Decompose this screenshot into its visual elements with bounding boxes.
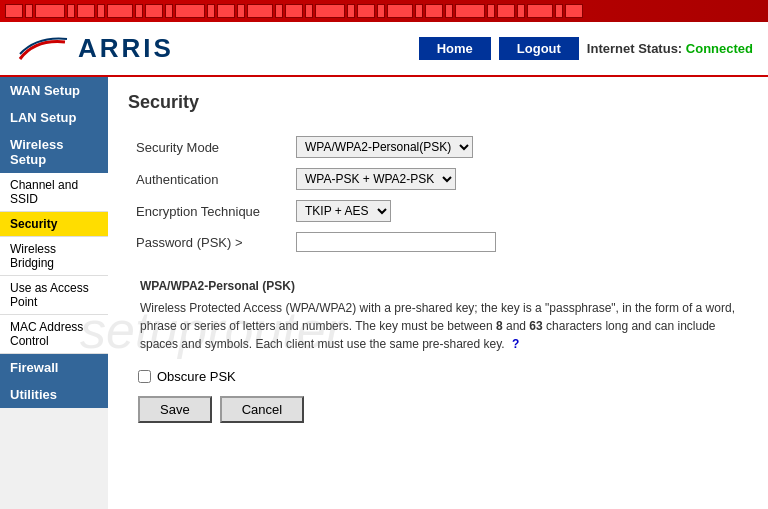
obscure-psk-row: Obscure PSK — [138, 369, 748, 384]
sidebar-item-security[interactable]: Security — [0, 212, 108, 237]
deco-block — [35, 4, 65, 18]
info-bold1: 8 — [496, 319, 503, 333]
authentication-row: Authentication WPA-PSKWPA2-PSKWPA-PSK + … — [128, 163, 748, 195]
deco-block — [237, 4, 245, 18]
deco-block — [25, 4, 33, 18]
sidebar-item-utilities[interactable]: Utilities — [0, 381, 108, 408]
security-mode-row: Security Mode NoneWPA-Personal(PSK)WPA2-… — [128, 131, 748, 163]
encryption-control: TKIPAESTKIP + AES — [288, 195, 748, 227]
deco-block — [377, 4, 385, 18]
deco-block — [107, 4, 133, 18]
info-bold2: 63 — [529, 319, 542, 333]
authentication-control: WPA-PSKWPA2-PSKWPA-PSK + WPA2-PSK — [288, 163, 748, 195]
password-input[interactable] — [296, 232, 496, 252]
logo-area: ARRIS — [15, 33, 174, 64]
deco-block — [517, 4, 525, 18]
deco-block — [527, 4, 553, 18]
deco-block — [497, 4, 515, 18]
sidebar-item-lan-setup[interactable]: LAN Setup — [0, 104, 108, 131]
deco-block — [445, 4, 453, 18]
home-button[interactable]: Home — [419, 37, 491, 60]
password-control — [288, 227, 748, 257]
deco-block — [135, 4, 143, 18]
deco-block — [315, 4, 345, 18]
deco-block — [565, 4, 583, 18]
deco-block — [207, 4, 215, 18]
deco-block — [305, 4, 313, 18]
info-title: WPA/WPA2-Personal (PSK) — [140, 277, 736, 295]
question-mark-icon[interactable]: ? — [512, 337, 519, 351]
sidebar-item-channel-ssid[interactable]: Channel and SSID — [0, 173, 108, 212]
deco-block — [67, 4, 75, 18]
info-box: WPA/WPA2-Personal (PSK) Wireless Protect… — [128, 269, 748, 361]
save-button[interactable]: Save — [138, 396, 212, 423]
page-title: Security — [128, 92, 748, 113]
security-form: Security Mode NoneWPA-Personal(PSK)WPA2-… — [128, 131, 748, 257]
main-layout: WAN Setup LAN Setup Wireless Setup Chann… — [0, 77, 768, 509]
deco-block — [347, 4, 355, 18]
arris-logo-swoosh — [15, 34, 70, 64]
obscure-psk-label: Obscure PSK — [157, 369, 236, 384]
info-text-part2: and — [503, 319, 530, 333]
deco-block — [415, 4, 423, 18]
top-decorative-bar — [0, 0, 768, 22]
deco-block — [387, 4, 413, 18]
button-row: Save Cancel — [138, 396, 748, 423]
logo-text: ARRIS — [78, 33, 174, 64]
deco-block — [165, 4, 173, 18]
encryption-row: Encryption Technique TKIPAESTKIP + AES — [128, 195, 748, 227]
encryption-label: Encryption Technique — [128, 195, 288, 227]
deco-block — [175, 4, 205, 18]
internet-status-value: Connected — [686, 41, 753, 56]
obscure-psk-checkbox[interactable] — [138, 370, 151, 383]
deco-block — [357, 4, 375, 18]
deco-block — [77, 4, 95, 18]
deco-block — [5, 4, 23, 18]
content-area: Security Security Mode NoneWPA-Personal(… — [108, 77, 768, 509]
security-mode-control: NoneWPA-Personal(PSK)WPA2-Personal(PSK)W… — [288, 131, 748, 163]
sidebar-item-firewall[interactable]: Firewall — [0, 354, 108, 381]
authentication-label: Authentication — [128, 163, 288, 195]
deco-block — [217, 4, 235, 18]
deco-block — [555, 4, 563, 18]
deco-block — [97, 4, 105, 18]
deco-block — [487, 4, 495, 18]
password-row: Password (PSK) > — [128, 227, 748, 257]
deco-block — [455, 4, 485, 18]
nav-area: Home Logout Internet Status: Connected — [419, 37, 753, 60]
sidebar-item-wireless-bridging[interactable]: Wireless Bridging — [0, 237, 108, 276]
sidebar-item-wireless-setup[interactable]: Wireless Setup — [0, 131, 108, 173]
sidebar-item-access-point[interactable]: Use as Access Point — [0, 276, 108, 315]
logout-button[interactable]: Logout — [499, 37, 579, 60]
deco-block — [145, 4, 163, 18]
security-mode-select[interactable]: NoneWPA-Personal(PSK)WPA2-Personal(PSK)W… — [296, 136, 473, 158]
sidebar: WAN Setup LAN Setup Wireless Setup Chann… — [0, 77, 108, 509]
header: ARRIS Home Logout Internet Status: Conne… — [0, 22, 768, 77]
security-mode-label: Security Mode — [128, 131, 288, 163]
internet-status-label: Internet Status: Connected — [587, 41, 753, 56]
authentication-select[interactable]: WPA-PSKWPA2-PSKWPA-PSK + WPA2-PSK — [296, 168, 456, 190]
sidebar-item-wan-setup[interactable]: WAN Setup — [0, 77, 108, 104]
encryption-select[interactable]: TKIPAESTKIP + AES — [296, 200, 391, 222]
cancel-button[interactable]: Cancel — [220, 396, 304, 423]
deco-block — [285, 4, 303, 18]
info-text: Wireless Protected Access (WPA/WPA2) wit… — [140, 299, 736, 353]
password-label: Password (PSK) > — [128, 227, 288, 257]
deco-block — [275, 4, 283, 18]
deco-block — [247, 4, 273, 18]
deco-block — [425, 4, 443, 18]
sidebar-item-mac-address-control[interactable]: MAC Address Control — [0, 315, 108, 354]
